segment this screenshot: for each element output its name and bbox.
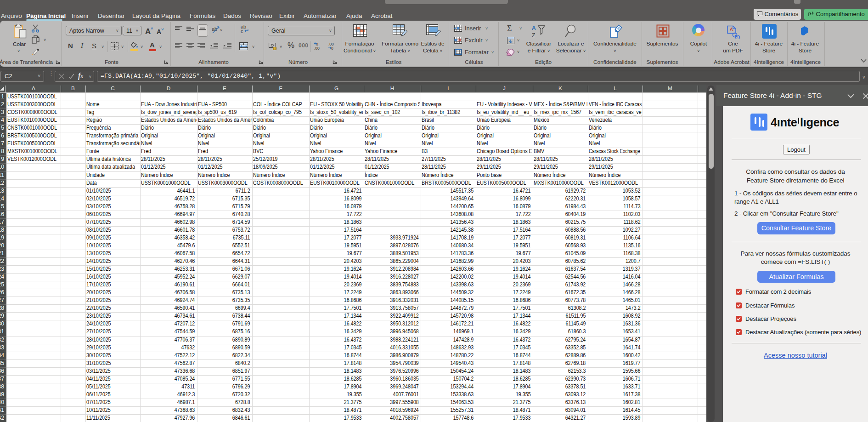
svg-text:A: A: [532, 25, 536, 31]
svg-text:.00: .00: [314, 46, 320, 50]
svg-text:c: c: [241, 29, 243, 34]
svg-text:Z: Z: [532, 32, 535, 39]
